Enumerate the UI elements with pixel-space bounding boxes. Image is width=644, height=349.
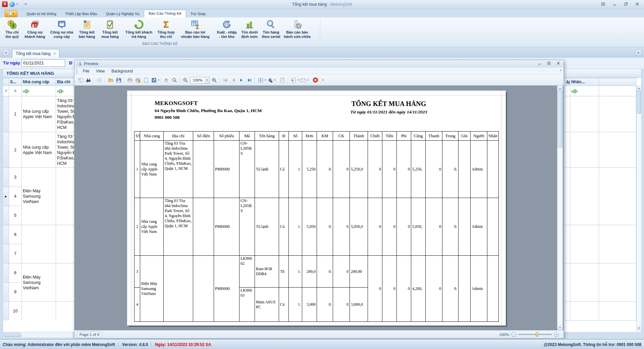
close-tab-icon[interactable]: ✕ bbox=[53, 52, 56, 55]
tab-thiet-lap-ban-dau[interactable]: Thiết Lập Ban Đầu bbox=[61, 10, 102, 17]
hand-tool-icon[interactable] bbox=[162, 77, 170, 84]
grid-cell[interactable] bbox=[599, 96, 636, 132]
filter-nhan-cell[interactable]: aBc bbox=[570, 86, 599, 96]
address-cell[interactable] bbox=[56, 263, 74, 302]
ribbon-button[interactable]: Xuất - nhập- tồn kho bbox=[214, 19, 239, 42]
close-icon[interactable] bbox=[635, 2, 640, 6]
ribbon-button[interactable]: Tổng kếtmua hàng bbox=[98, 19, 122, 42]
col-header-supplier[interactable]: Nhà cung cấp bbox=[22, 78, 56, 86]
scroll-down-icon[interactable]: ▼ bbox=[636, 326, 642, 331]
menu-view[interactable]: View bbox=[93, 68, 108, 74]
document-map-icon[interactable] bbox=[76, 77, 85, 84]
supplier-cell[interactable]: Điện Máy Samsung VietNam bbox=[22, 263, 56, 302]
email-dropdown-icon[interactable]: ▾ bbox=[307, 79, 308, 82]
menu-file[interactable]: File bbox=[79, 68, 93, 74]
zoom-in-icon[interactable] bbox=[210, 77, 218, 84]
preview-minimize-icon[interactable] bbox=[538, 61, 541, 65]
find-icon[interactable] bbox=[85, 77, 93, 84]
grid-cell[interactable] bbox=[599, 263, 636, 302]
preview-titlebar[interactable]: Preview bbox=[74, 60, 564, 67]
magnifier-icon[interactable] bbox=[170, 77, 178, 84]
preview-close-icon[interactable] bbox=[556, 61, 560, 65]
ribbon-button[interactable]: €$Thu chitồn quỹ bbox=[2, 19, 22, 42]
grid-cell[interactable] bbox=[599, 302, 636, 321]
close-document-icon[interactable]: ✕ bbox=[635, 50, 641, 56]
scroll-up-icon[interactable]: ▲ bbox=[557, 86, 563, 91]
next-page-icon[interactable] bbox=[237, 77, 246, 84]
prev-page-icon[interactable] bbox=[229, 77, 237, 84]
app-menu-button[interactable]: ▾ bbox=[5, 10, 17, 17]
zoom-out-icon[interactable] bbox=[181, 77, 190, 84]
grid-cell[interactable] bbox=[570, 263, 599, 302]
filter-pin-icon[interactable] bbox=[3, 86, 9, 96]
row-number-cell[interactable]: 6 bbox=[9, 225, 22, 244]
ribbon-button[interactable]: Công nợkhách hàng bbox=[22, 19, 48, 42]
close-preview-icon[interactable] bbox=[311, 77, 319, 84]
supplier-cell[interactable]: Nhà cung cấp Apple Việt Nam bbox=[22, 132, 56, 168]
col-header-nhap-clipped[interactable]: ập bbox=[565, 78, 570, 86]
watermark-icon[interactable] bbox=[278, 77, 286, 84]
supplier-cell[interactable]: Nhà cung cấp Apple Việt Nam bbox=[22, 96, 56, 132]
ribbon-button[interactable]: Tìm hàngtheo serial bbox=[260, 19, 282, 42]
grid-cell[interactable] bbox=[570, 132, 599, 168]
print-icon[interactable] bbox=[126, 77, 134, 84]
grid-cell[interactable] bbox=[599, 168, 636, 225]
grid-cell[interactable] bbox=[565, 263, 570, 302]
supplier-cell[interactable]: Điện Máy Samsung VietNam bbox=[22, 168, 56, 225]
menu-background[interactable]: Background bbox=[108, 68, 136, 74]
zoom-out-button[interactable]: − bbox=[511, 332, 516, 337]
filter-supplier-cell[interactable]: aBc bbox=[22, 86, 56, 96]
grid-cell[interactable] bbox=[565, 225, 570, 263]
first-page-icon[interactable] bbox=[221, 77, 229, 84]
filter-op-cell[interactable]: = bbox=[9, 86, 22, 96]
page-color-icon[interactable] bbox=[266, 77, 274, 84]
scrollbar-thumb[interactable] bbox=[637, 91, 641, 114]
close-all-tabs-icon[interactable]: ✕ bbox=[3, 50, 9, 56]
address-cell[interactable]: Tầng 03 Tòa nhà Indochina Park Tower, Số… bbox=[56, 96, 74, 132]
minimize-icon[interactable] bbox=[612, 2, 617, 6]
preview-maximize-icon[interactable] bbox=[547, 61, 551, 65]
supplier-cell[interactable] bbox=[22, 302, 56, 321]
ribbon-button[interactable]: Tổng kết kháchtrả hàng bbox=[122, 19, 156, 42]
row-number-cell[interactable]: 7 bbox=[9, 244, 22, 263]
restore-icon[interactable] bbox=[623, 2, 629, 6]
drag-grip-icon[interactable] bbox=[76, 69, 77, 73]
ribbon-button[interactable]: ΣTổng hợpthu chi bbox=[156, 19, 176, 42]
quick-print-icon[interactable] bbox=[134, 77, 142, 84]
tab-tro-giup[interactable]: Trợ Giúp bbox=[186, 10, 210, 17]
row-number-cell[interactable]: 8 bbox=[9, 263, 22, 283]
ribbon-button[interactable]: Tổng kếtbán hàng bbox=[76, 19, 98, 42]
address-cell[interactable] bbox=[56, 168, 74, 225]
ribbon-button[interactable]: Báo cáo bảohành sửa chữa bbox=[282, 19, 312, 42]
zoom-combo[interactable]: ▼ bbox=[190, 77, 210, 84]
toolbar-overflow-icon[interactable]: ▾ bbox=[322, 79, 324, 82]
last-page-icon[interactable] bbox=[246, 77, 254, 84]
supplier-cell[interactable] bbox=[22, 225, 56, 263]
row-number-cell[interactable]: 4 bbox=[9, 187, 22, 206]
grid-horizontal-scrollbar[interactable] bbox=[3, 332, 73, 338]
address-cell[interactable] bbox=[56, 302, 74, 321]
zoom-slider-thumb[interactable] bbox=[536, 332, 538, 337]
grid-cell[interactable] bbox=[599, 132, 636, 168]
tab-quan-ly-nghiep-vu[interactable]: Quản Lý Nghiệp Vụ bbox=[102, 10, 144, 17]
row-number-cell[interactable]: 9 bbox=[9, 283, 22, 302]
grid-cell[interactable] bbox=[570, 168, 599, 225]
ribbon-button[interactable]: Tồn dướiđịnh mức bbox=[239, 19, 260, 42]
zoom-in-button[interactable]: + bbox=[554, 332, 559, 337]
col-header-address[interactable]: Địa chỉ bbox=[56, 78, 74, 86]
filter-cell[interactable] bbox=[565, 86, 570, 96]
col-header-nhan[interactable]: Nhân... bbox=[570, 78, 599, 86]
filter-cell[interactable] bbox=[599, 86, 636, 96]
ribbon-button[interactable]: ΣBáo cáo lợinhuận bán hàng bbox=[176, 19, 214, 42]
fullscreen-icon[interactable] bbox=[600, 2, 606, 6]
grid-cell[interactable] bbox=[570, 302, 599, 321]
page-color-dropdown-icon[interactable]: ▾ bbox=[274, 79, 275, 82]
grid-cell[interactable] bbox=[565, 168, 570, 225]
scale-dropdown-icon[interactable]: ▾ bbox=[158, 79, 159, 82]
grid-cell[interactable] bbox=[565, 96, 570, 132]
open-icon[interactable] bbox=[107, 77, 115, 84]
grid-cell[interactable] bbox=[570, 225, 599, 263]
tab-quan-tri-he-thong[interactable]: Quản trị hệ thống bbox=[22, 10, 61, 17]
grid-cell[interactable] bbox=[599, 225, 636, 263]
scrollbar-thumb[interactable] bbox=[558, 91, 562, 147]
